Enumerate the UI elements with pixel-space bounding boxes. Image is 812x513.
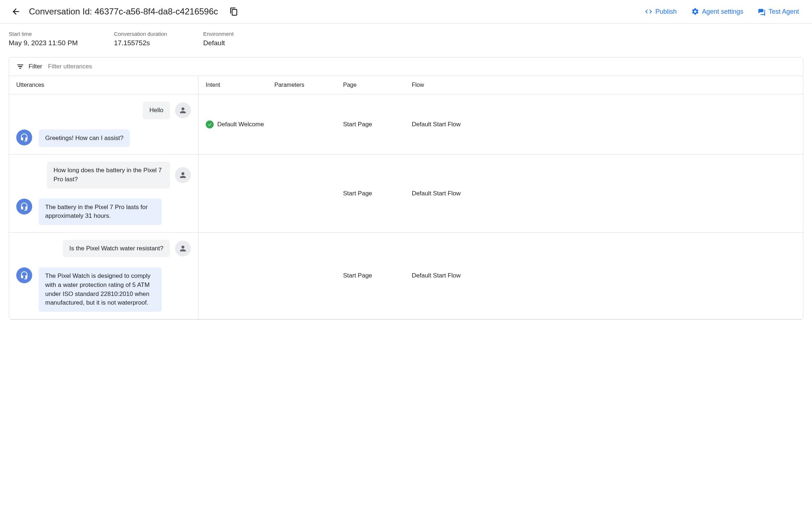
row-intent [198,270,267,281]
page-title: Conversation Id: 46377c-a56-8f4-da8-c421… [29,7,218,17]
person-icon [179,106,187,115]
start-time-label: Start time [9,31,78,37]
filter-label-text: Filter [29,63,42,70]
row-page: Start Page [336,266,405,285]
test-agent-label: Test Agent [769,8,799,16]
publish-label: Publish [655,8,677,16]
column-header-page: Page [336,76,405,94]
agent-utterance: Greetings! How can I assist? [39,130,130,147]
user-utterance: Is the Pixel Watch water resistant? [63,240,170,258]
person-icon [179,244,187,253]
copy-id-button[interactable] [227,4,241,19]
person-icon [179,171,187,179]
duration-label: Conversation duration [114,31,167,37]
filter-input[interactable] [48,63,796,70]
agent-utterance: The battery in the Pixel 7 Pro lasts for… [39,199,162,225]
user-utterance: Hello [143,102,170,119]
row-flow: Default Start Flow [405,184,803,203]
row-intent [198,188,267,199]
agent-settings-label: Agent settings [702,8,743,16]
user-avatar [175,102,191,118]
arrow-back-icon [11,7,21,16]
agent-avatar [16,199,32,215]
duration-value: 17.155752s [114,39,167,47]
row-parameters [267,188,336,199]
agent-avatar [16,267,32,283]
headset-icon [20,133,29,142]
back-button[interactable] [9,4,23,19]
row-parameters [267,270,336,281]
copy-icon [230,7,238,16]
gear-icon [691,8,699,16]
user-avatar [175,241,191,256]
row-page: Start Page [336,184,405,203]
column-header-parameters: Parameters [267,76,336,94]
conversation-row[interactable]: HelloGreetings! How can I assist?Default… [9,94,803,154]
column-header-intent: Intent [198,76,267,94]
row-intent-text: Default Welcome [217,121,264,128]
row-page: Start Page [336,115,405,134]
agent-settings-button[interactable]: Agent settings [687,5,748,18]
start-time-value: May 9, 2023 11:50 PM [9,39,78,47]
agent-avatar [16,130,32,145]
environment-value: Default [203,39,234,47]
publish-button[interactable]: Publish [640,5,681,18]
column-header-utterances: Utterances [9,76,198,94]
headset-icon [20,202,29,211]
row-parameters [267,119,336,130]
row-flow: Default Start Flow [405,266,803,285]
intent-matched-icon [206,120,214,128]
user-avatar [175,167,191,183]
conversation-row[interactable]: How long does the battery in the Pixel 7… [9,154,803,233]
filter-icon [16,63,24,71]
user-utterance: How long does the battery in the Pixel 7… [47,162,170,188]
row-flow: Default Start Flow [405,115,803,134]
column-header-flow: Flow [405,76,803,94]
environment-label: Environment [203,31,234,37]
row-intent: Default Welcome [198,115,267,134]
chat-icon [758,8,766,16]
conversation-row[interactable]: Is the Pixel Watch water resistant?The P… [9,233,803,319]
test-agent-button[interactable]: Test Agent [753,5,803,18]
headset-icon [20,271,29,280]
agent-utterance: The Pixel Watch is designed to comply wi… [39,267,162,312]
code-icon [645,8,653,16]
